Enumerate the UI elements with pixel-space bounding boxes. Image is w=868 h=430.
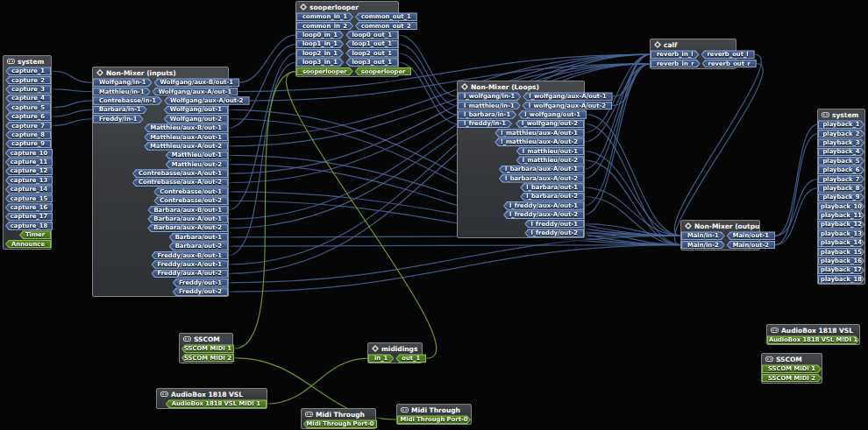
audio-output-port[interactable]: capture_15 [5, 194, 53, 203]
audio-output-port[interactable]: l_matthieu/aux-A/out-2 [494, 137, 584, 146]
audio-input-port[interactable]: Matthieu/in-1 [93, 88, 151, 96]
midi-output-port[interactable]: Timer [19, 230, 51, 239]
audio-input-port[interactable]: playback_18 [818, 275, 864, 284]
audio-output-port[interactable]: l_wolfgang/out-2 [516, 120, 584, 129]
audio-input-port[interactable]: Wolfgang/in-1 [93, 78, 153, 87]
midi-input-port[interactable]: sooperlooper [296, 67, 353, 76]
node-system-left[interactable]: systemcapture_1capture_2capture_3capture… [3, 55, 52, 250]
audio-output-port[interactable]: Freddy/out-2 [173, 287, 228, 296]
audio-input-port[interactable]: l_matthieu/in-1 [458, 102, 521, 110]
audio-output-port[interactable]: Contrebasse/aux-A/out-1 [132, 169, 228, 178]
audio-output-port[interactable]: l_freddy/out-2 [524, 229, 584, 237]
node-midithrough-left[interactable]: Midi ThroughMidi Through Port-0 [301, 408, 376, 429]
node-title-bar[interactable]: Non-Mixer (Loops) [458, 81, 584, 92]
audio-output-port[interactable]: Wolfgang/out-2 [164, 115, 228, 123]
node-title-bar[interactable]: system [818, 109, 864, 120]
audio-output-port[interactable]: Matthieu/aux-B/out-1 [144, 123, 228, 132]
audio-input-port[interactable]: loop2_in_1 [296, 49, 344, 58]
audio-output-port[interactable]: capture_2 [5, 76, 51, 85]
audio-input-port[interactable]: l_wolfgang/in-1 [458, 92, 521, 101]
audio-output-port[interactable]: Barbara/aux-A/out-2 [147, 224, 228, 233]
audio-input-port[interactable]: Freddy/in-1 [93, 115, 144, 123]
audio-output-port[interactable]: common_out_1 [355, 12, 417, 21]
node-title-bar[interactable]: AudioBox 1818 VSL [157, 389, 267, 399]
node-sooperlooper[interactable]: sooperloopercommon_in_1common_out_1commo… [295, 1, 399, 77]
audio-output-port[interactable]: capture_12 [5, 167, 53, 176]
node-title-bar[interactable]: Non-Mixer (outputs) [681, 221, 759, 231]
node-title-bar[interactable]: AudioBox 1818 VSL [767, 325, 859, 335]
audio-input-port[interactable]: playback_1 [818, 120, 864, 129]
audio-output-port[interactable]: capture_10 [5, 149, 53, 158]
audio-output-port[interactable]: Contrebasse/out-2 [153, 196, 228, 205]
audio-input-port[interactable]: playback_17 [818, 266, 864, 275]
audio-input-port[interactable]: l_freddy/in-1 [458, 120, 512, 129]
audio-output-port[interactable]: Wolfgang/aux-B/out-1 [154, 78, 239, 87]
audio-output-port[interactable]: Main/out-2 [727, 241, 775, 250]
audio-output-port[interactable]: capture_13 [5, 176, 53, 185]
audio-output-port[interactable]: Wolfgang/out-1 [164, 106, 228, 115]
audio-output-port[interactable]: capture_8 [5, 130, 51, 139]
node-calf[interactable]: calfreverb_in_lreverb_out_lreverb_in_rre… [650, 39, 736, 69]
node-title-bar[interactable]: SSCOM [762, 354, 822, 364]
audio-output-port[interactable]: capture_9 [5, 140, 51, 149]
midi-input-port[interactable]: Midi Through Port-0 [397, 415, 471, 424]
audio-output-port[interactable]: l_matthieu/out-1 [516, 147, 584, 156]
audio-input-port[interactable]: Main/in-1 [681, 231, 725, 240]
midi-input-port[interactable]: in_1 [368, 354, 394, 363]
audio-output-port[interactable]: Contrebasse/out-1 [153, 187, 228, 196]
audio-input-port[interactable]: playback_10 [818, 202, 864, 211]
audio-input-port[interactable]: playback_16 [818, 257, 864, 265]
audio-input-port[interactable]: common_in_1 [296, 12, 353, 21]
node-mididings[interactable]: mididingsin_1out_1 [367, 342, 423, 363]
audio-output-port[interactable]: capture_17 [5, 213, 53, 222]
audio-output-port[interactable]: Freddy/aux-A/out-1 [152, 260, 229, 269]
audio-output-port[interactable]: l_barbara/aux-A/out-1 [499, 166, 584, 174]
audio-output-port[interactable]: loop1_out_1 [345, 40, 398, 49]
midi-output-port[interactable]: out_1 [395, 354, 426, 363]
audio-output-port[interactable]: capture_18 [5, 222, 53, 230]
audio-input-port[interactable]: loop0_in_1 [296, 31, 344, 39]
audio-input-port[interactable]: playback_14 [818, 238, 864, 247]
node-nonmixer-inputs[interactable]: Non-Mixer (inputs)Wolfgang/in-1Wolfgang/… [92, 67, 229, 297]
midi-output-port[interactable]: SSCOM MIDI 1 [181, 344, 234, 353]
audio-input-port[interactable]: playback_15 [818, 248, 864, 257]
audio-output-port[interactable]: Freddy/aux-B/out-1 [152, 251, 228, 260]
audio-output-port[interactable]: Wolfgang/aux-A/out-1 [153, 88, 238, 96]
audio-output-port[interactable]: reverb_out_l [701, 50, 755, 59]
node-sscom-left[interactable]: SSCOMSSCOM MIDI 1SSCOM MIDI 2 [179, 333, 233, 363]
audio-output-port[interactable]: Barbara/aux-A/out-1 [147, 215, 228, 223]
midi-output-port[interactable]: SSCOM MIDI 2 [181, 354, 234, 363]
midi-output-port[interactable]: Midi Through Port-0 [303, 419, 377, 428]
audio-input-port[interactable]: common_in_2 [296, 22, 353, 31]
midi-output-port[interactable]: Announce [5, 240, 51, 249]
audio-output-port[interactable]: capture_11 [5, 158, 53, 166]
audio-output-port[interactable]: common_out_2 [355, 22, 417, 31]
audio-output-port[interactable]: Main/out-1 [727, 231, 775, 240]
audio-input-port[interactable]: Barbara/in-1 [93, 106, 147, 115]
midi-output-port[interactable]: AudioBox 1818 VSL MIDI 1 [166, 399, 267, 408]
audio-input-port[interactable]: playback_12 [818, 221, 864, 229]
audio-output-port[interactable]: capture_16 [5, 203, 53, 212]
node-title-bar[interactable]: system [4, 56, 51, 67]
audio-output-port[interactable]: l_matthieu/aux-A/out-1 [494, 129, 584, 137]
node-system-right[interactable]: systemplayback_1playback_2playback_3play… [817, 109, 865, 285]
node-nonmixer-outputs[interactable]: Non-Mixer (outputs)Main/in-1Main/out-1Ma… [680, 220, 760, 250]
audio-output-port[interactable]: l_wolfgang/aux-A/out-1 [523, 92, 612, 101]
midi-input-port[interactable]: AudioBox 1818 VSL MIDI 1 [767, 335, 859, 344]
audio-output-port[interactable]: Wolfgang/aux-A/out-2 [164, 96, 250, 105]
audio-output-port[interactable]: capture_3 [5, 85, 51, 94]
node-title-bar[interactable]: SSCOM [180, 334, 232, 344]
node-title-bar[interactable]: sooperlooper [296, 2, 398, 12]
audio-output-port[interactable]: loop3_out_1 [345, 58, 398, 67]
audio-output-port[interactable]: Matthieu/aux-A/out-1 [144, 133, 228, 142]
audio-input-port[interactable]: reverb_in_r [651, 60, 701, 68]
audio-output-port[interactable]: Contrebasse/aux-A/out-2 [132, 179, 228, 187]
audio-output-port[interactable]: l_barbara/out-2 [520, 193, 584, 201]
audio-input-port[interactable]: playback_2 [818, 130, 864, 138]
audio-output-port[interactable]: Matthieu/out-2 [166, 160, 228, 169]
audio-output-port[interactable]: Matthieu/aux-A/out-2 [144, 142, 228, 151]
node-title-bar[interactable]: Midi Through [302, 409, 375, 419]
audio-input-port[interactable]: playback_9 [818, 194, 864, 202]
audio-output-port[interactable]: l_matthieu/out-2 [516, 156, 584, 165]
audio-input-port[interactable]: loop1_in_1 [296, 40, 344, 49]
